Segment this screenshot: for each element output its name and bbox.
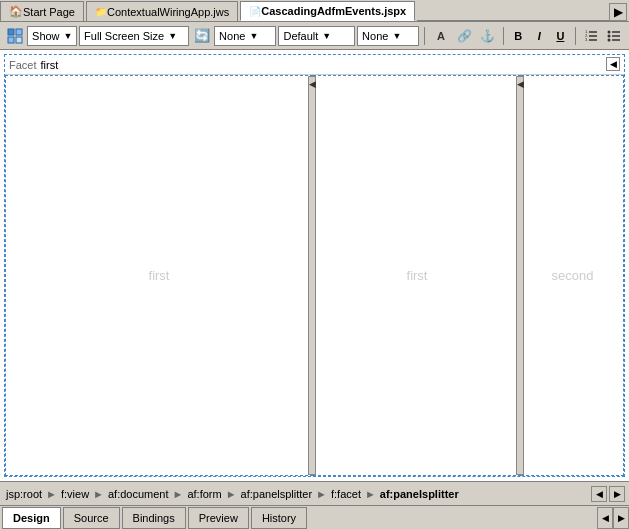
bc-sep2: ► — [93, 488, 104, 500]
breadcrumb-bar: jsp:root ► f:view ► af:document ► af:for… — [0, 481, 629, 505]
svg-rect-3 — [16, 37, 22, 43]
bc-next[interactable]: ▶ — [609, 486, 625, 502]
bc-sep3: ► — [173, 488, 184, 500]
underline-btn[interactable]: U — [551, 26, 570, 46]
tab-preview[interactable]: Preview — [188, 507, 249, 529]
none-label1: None — [219, 30, 245, 42]
design-mode-btn[interactable] — [4, 25, 25, 47]
bc-af-panelsplitter2[interactable]: af:panelsplitter — [378, 488, 461, 500]
bc-f-facet[interactable]: f:facet — [329, 488, 363, 500]
tab-label: Start Page — [23, 6, 75, 18]
toolbar-row1: Show ▼ Full Screen Size ▼ 🔄 None ▼ Defau… — [0, 22, 629, 50]
bc-af-panelsplitter1[interactable]: af:panelsplitter — [239, 488, 315, 500]
panel-middle-text: first — [407, 268, 428, 283]
panel-second: second — [521, 75, 624, 476]
tab-design-label: Design — [13, 512, 50, 524]
tab-contextual-wiring[interactable]: 📁 ContextualWiringApp.jws — [86, 1, 238, 21]
svg-point-13 — [608, 30, 611, 33]
screen-size-dropdown[interactable]: Full Screen Size ▼ — [79, 26, 189, 46]
svg-rect-0 — [8, 29, 14, 35]
bottom-nav-left[interactable]: ◀ — [597, 507, 613, 529]
tab-start-page[interactable]: 🏠 Start Page — [0, 1, 84, 21]
screen-size-label: Full Screen Size — [84, 30, 164, 42]
tab-scroll-right[interactable]: ▶ — [609, 3, 627, 21]
left-splitter-handle[interactable]: ◀ — [308, 76, 316, 475]
panel-middle: first ◀ — [313, 75, 521, 476]
separator2 — [503, 27, 504, 45]
tab-bindings-label: Bindings — [133, 512, 175, 524]
tab-label: ContextualWiringApp.jws — [107, 6, 229, 18]
anchor-btn[interactable]: ⚓ — [477, 25, 498, 47]
list-ordered-btn[interactable]: 1.2.3. — [581, 25, 602, 47]
svg-point-14 — [608, 34, 611, 37]
html-source-btn[interactable]: A — [430, 25, 451, 47]
bc-sep1: ► — [46, 488, 57, 500]
italic-btn[interactable]: I — [530, 26, 549, 46]
panel-splitter-area: first ◀ first ◀ second — [5, 75, 624, 476]
show-dropdown[interactable]: Show ▼ — [27, 26, 77, 46]
svg-text:3.: 3. — [585, 37, 588, 42]
bc-f-view[interactable]: f:view — [59, 488, 91, 500]
bc-sep4: ► — [226, 488, 237, 500]
bold-btn[interactable]: B — [509, 26, 528, 46]
refresh-btn[interactable]: 🔄 — [191, 25, 212, 47]
bottom-tabs: Design Source Bindings Preview History ◀… — [0, 505, 629, 529]
bc-af-form[interactable]: af:form — [185, 488, 223, 500]
splitter-arrow-right: ◀ — [517, 79, 524, 89]
none1-arrow: ▼ — [249, 31, 258, 41]
bc-sep6: ► — [365, 488, 376, 500]
svg-point-15 — [608, 38, 611, 41]
show-label: Show — [32, 30, 60, 42]
bc-jsp-root[interactable]: jsp:root — [4, 488, 44, 500]
collapse-btn[interactable]: ◀ — [606, 57, 620, 71]
jspx-icon: 📄 — [249, 6, 261, 17]
bottom-tab-nav: ◀ ▶ — [597, 507, 629, 529]
default-dropdown[interactable]: Default ▼ — [278, 26, 355, 46]
panel-first: first ◀ — [5, 75, 313, 476]
splitter-arrow-left: ◀ — [309, 79, 316, 89]
facet-name: first — [41, 59, 59, 71]
bc-sep5: ► — [316, 488, 327, 500]
tab-source[interactable]: Source — [63, 507, 120, 529]
main-canvas-wrapper: Facet first ◀ first ◀ first ◀ — [0, 50, 629, 481]
tab-preview-label: Preview — [199, 512, 238, 524]
facet-header: Facet first ◀ — [5, 55, 624, 75]
start-page-icon: 🏠 — [9, 5, 23, 18]
tab-design[interactable]: Design — [2, 507, 61, 529]
separator3 — [575, 27, 576, 45]
panel-second-text: second — [552, 268, 594, 283]
link-btn[interactable]: 🔗 — [453, 25, 474, 47]
facet-label: Facet — [9, 59, 37, 71]
none-dropdown2[interactable]: None ▼ — [357, 26, 419, 46]
panel-first-text: first — [149, 268, 170, 283]
outer-border: Facet first ◀ first ◀ first ◀ — [4, 54, 625, 477]
none-dropdown1[interactable]: None ▼ — [214, 26, 276, 46]
list-unordered-btn[interactable] — [604, 25, 625, 47]
show-dropdown-arrow: ▼ — [64, 31, 73, 41]
tab-label: CascadingAdfmEvents.jspx — [261, 5, 406, 17]
jws-icon: 📁 — [95, 6, 107, 17]
separator1 — [424, 27, 425, 45]
default-label: Default — [283, 30, 318, 42]
tab-bindings[interactable]: Bindings — [122, 507, 186, 529]
svg-rect-2 — [8, 37, 14, 43]
right-splitter-handle[interactable]: ◀ — [516, 76, 524, 475]
tab-bar: 🏠 Start Page 📁 ContextualWiringApp.jws 📄… — [0, 0, 629, 22]
tab-cascading-adfm[interactable]: 📄 CascadingAdfmEvents.jspx — [240, 1, 415, 21]
bc-af-document[interactable]: af:document — [106, 488, 171, 500]
tab-history-label: History — [262, 512, 296, 524]
breadcrumb-nav: ◀ ▶ — [591, 486, 625, 502]
bc-prev[interactable]: ◀ — [591, 486, 607, 502]
none-label2: None — [362, 30, 388, 42]
tab-source-label: Source — [74, 512, 109, 524]
tab-history[interactable]: History — [251, 507, 307, 529]
none2-arrow: ▼ — [392, 31, 401, 41]
svg-rect-1 — [16, 29, 22, 35]
default-arrow: ▼ — [322, 31, 331, 41]
screen-size-arrow: ▼ — [168, 31, 177, 41]
bottom-nav-right[interactable]: ▶ — [613, 507, 629, 529]
